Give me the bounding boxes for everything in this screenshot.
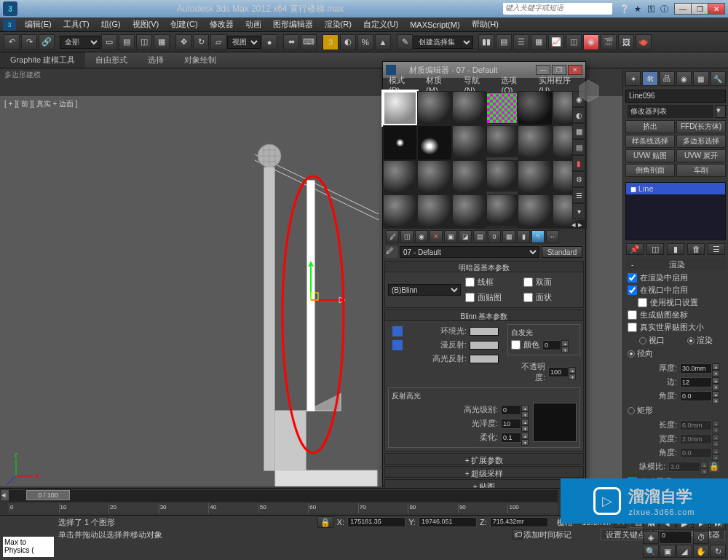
mat-effects[interactable]: 0 (488, 230, 501, 243)
selection-filter[interactable]: 全部 (60, 36, 100, 49)
mat-side-video[interactable]: ▮ (572, 155, 585, 171)
mat-side-uv[interactable]: ▤ (572, 139, 585, 155)
render-button[interactable]: 🫖 (636, 34, 652, 50)
swatch[interactable] (486, 125, 518, 157)
link-button[interactable]: 🔗 (39, 34, 55, 50)
tab-paint[interactable]: 对象绘制 (174, 52, 226, 68)
angle-snap[interactable]: ◐ (340, 34, 356, 50)
current-frame[interactable]: 0 (659, 531, 692, 544)
layer-button[interactable]: ☰ (513, 34, 529, 50)
render-setup-button[interactable]: 🎬 (601, 34, 617, 50)
swatch[interactable] (486, 194, 518, 226)
mat-show-map[interactable]: ▦ (502, 230, 515, 243)
mat-side-select[interactable]: ☰ (572, 187, 585, 203)
soften[interactable]: 0.1 (501, 433, 521, 443)
mat-get[interactable]: 🖉 (386, 230, 399, 243)
maximize-button[interactable]: ❐ (691, 3, 708, 15)
chk-facemap[interactable] (465, 293, 475, 302)
btn-uvw-map[interactable]: UVW 贴图 (625, 149, 675, 162)
menu-graph[interactable]: 图形编辑器 (267, 17, 319, 31)
swatch[interactable] (417, 160, 451, 194)
modifier-stack[interactable]: ◼ Line (625, 182, 726, 240)
modifier-list[interactable]: 修改器列表 (628, 105, 713, 118)
swatch[interactable] (383, 125, 417, 159)
btn-bevel[interactable]: 倒角剖面 (625, 164, 675, 177)
spinner-snap[interactable]: ▲ (375, 34, 391, 50)
nav-pan[interactable]: ✋ (693, 545, 709, 558)
nav-zoom[interactable]: 🔍 (643, 545, 659, 558)
info-icon[interactable]: ⓘ (658, 3, 670, 15)
rollout-shader[interactable]: 明暗器基本参数 (384, 261, 584, 272)
mat-assign-sel[interactable]: ◉ (415, 230, 428, 243)
ambient-color[interactable] (470, 327, 499, 336)
menu-modifiers[interactable]: 修改器 (204, 17, 240, 31)
lock-diffuse-icon[interactable] (392, 340, 403, 350)
mat-side-bg[interactable]: ▦ (572, 123, 585, 139)
viewcube[interactable] (572, 73, 604, 102)
search-box[interactable] (503, 3, 612, 15)
tab-graphite[interactable]: Graphite 建模工具 (0, 52, 85, 68)
aspect-lock-icon[interactable]: 🔒 (709, 462, 719, 472)
mat-pick-icon[interactable]: 🖉 (386, 246, 397, 258)
tab-display[interactable]: ▦ (693, 71, 708, 86)
glossiness[interactable]: 10 (501, 419, 521, 429)
chk-2sided[interactable] (523, 277, 533, 287)
edit-named-sel[interactable]: ✎ (397, 34, 413, 50)
swatch[interactable] (518, 125, 552, 159)
stack-pin[interactable]: 📌 (626, 243, 644, 255)
modifier-dropdown-icon[interactable]: ▾ (716, 105, 726, 118)
mat-side-backlight[interactable]: ◐ (572, 107, 585, 123)
btn-lathe[interactable]: 车削 (676, 164, 726, 177)
nav-orbit[interactable]: ↻ (710, 545, 726, 558)
mat-go-sibling[interactable]: ↔ (546, 230, 559, 243)
btn-ffd[interactable]: FFD(长方体) (676, 120, 726, 133)
align-button[interactable]: ▤ (496, 34, 512, 50)
rotate-button[interactable]: ↻ (193, 34, 209, 50)
chk-enable-viewport[interactable] (628, 285, 637, 295)
mat-put-lib[interactable]: ▤ (473, 230, 486, 243)
mat-put-scene[interactable]: ◫ (400, 230, 414, 243)
swatch[interactable] (383, 194, 417, 229)
shader-dropdown[interactable]: (B)Blinn (388, 284, 461, 296)
time-tag-icon[interactable]: 🏷 (513, 529, 523, 540)
select-region-button[interactable]: ◫ (136, 34, 152, 50)
close-button[interactable]: ✕ (708, 3, 725, 15)
spin-thickness[interactable]: 30.0mm (680, 363, 712, 374)
search-input[interactable] (503, 3, 612, 12)
material-editor-button[interactable]: ◉ (583, 34, 599, 50)
swatch[interactable] (452, 91, 486, 125)
swatch[interactable] (383, 91, 417, 125)
app-menu-button[interactable]: 3 (3, 19, 16, 31)
swatch[interactable] (518, 160, 552, 194)
btn-uvw-unwrap[interactable]: UVW 展开 (676, 149, 726, 162)
opacity-value[interactable]: 100 (548, 367, 569, 377)
chk-self-color[interactable] (511, 340, 521, 350)
mat-side-more[interactable]: ▾ (572, 203, 585, 219)
specular-color[interactable] (470, 355, 499, 363)
swatch[interactable] (518, 91, 552, 125)
swatch[interactable] (417, 91, 451, 125)
tab-selection[interactable]: 选择 (138, 52, 174, 68)
chk-faceted[interactable] (523, 293, 533, 302)
menu-create[interactable]: 创建(C) (165, 17, 203, 31)
ribbon-button[interactable]: ▦ (531, 34, 547, 50)
key-mode[interactable]: ◈ (643, 531, 659, 544)
minimize-button[interactable]: — (674, 3, 692, 15)
menu-edit[interactable]: 编辑(E) (19, 17, 58, 31)
rollout-blinn[interactable]: Blinn 基本参数 (384, 309, 584, 321)
swatch[interactable] (486, 160, 518, 192)
stack-unique[interactable]: ▮ (667, 243, 684, 255)
manipulate-button[interactable]: ⬌ (283, 34, 299, 50)
swatch[interactable] (518, 194, 552, 229)
stack-item-line[interactable]: ◼ Line (626, 183, 725, 194)
radio-render[interactable] (687, 337, 695, 344)
btn-poly-sel[interactable]: 多边形选择 (676, 135, 726, 148)
mat-copy[interactable]: ▣ (444, 230, 457, 243)
menu-render[interactable]: 渲染(R) (319, 17, 357, 31)
coord-x[interactable]: 175181.35 (347, 517, 405, 527)
swatch[interactable] (452, 125, 486, 159)
spin-angle[interactable]: 0.0 (680, 391, 712, 401)
snap-toggle[interactable]: 3 (323, 34, 339, 50)
menu-help[interactable]: 帮助(H) (466, 17, 505, 31)
menu-views[interactable]: 视图(V) (127, 17, 165, 31)
